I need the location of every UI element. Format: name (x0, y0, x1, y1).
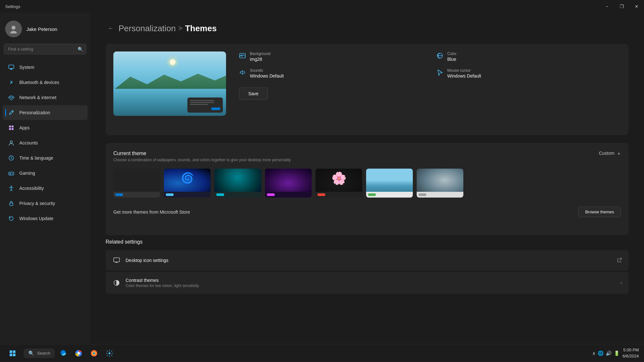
search-input[interactable] (4, 44, 86, 54)
taskbar-sys-icons: ∧ 🌐 🔊 🔋 (592, 350, 620, 356)
chevron-up-sys[interactable]: ∧ (592, 350, 596, 356)
breadcrumb: ← Personalization > Themes (106, 23, 629, 33)
badge-label: Custom (599, 151, 614, 156)
contrast-icon (112, 278, 121, 287)
svg-rect-12 (9, 172, 14, 175)
sidebar-item-privacy[interactable]: Privacy & security (3, 196, 88, 211)
svg-rect-8 (9, 128, 11, 130)
color-text: Color Blue (447, 51, 457, 62)
svg-rect-25 (13, 350, 15, 353)
background-info[interactable]: Background img28 (239, 51, 423, 62)
preview-sun (170, 59, 175, 65)
thumb-bar-3 (214, 192, 261, 198)
sidebar-item-bluetooth[interactable]: Bluetooth & devices (3, 75, 88, 90)
mouse-cursor-icon (436, 69, 443, 78)
svg-rect-24 (10, 350, 12, 353)
theme-thumb-swirl-inner (417, 169, 463, 198)
color-value: Blue (447, 57, 457, 62)
thumb-btn-2 (166, 193, 174, 196)
sidebar-item-system[interactable]: System (3, 60, 88, 75)
win11-flower: 🌀 (181, 172, 194, 184)
sidebar-item-gaming[interactable]: Gaming (3, 166, 88, 181)
breadcrumb-parent[interactable]: Personalization (118, 23, 176, 33)
contrast-themes-text: Contrast themes Color themes for low vis… (126, 278, 199, 288)
current-theme-badge[interactable]: Custom ▲ (599, 151, 621, 156)
taskbar-time-value: 5:00 PM (622, 347, 639, 353)
sidebar-label-privacy: Privacy & security (19, 201, 55, 206)
sidebar-item-apps[interactable]: Apps (3, 120, 88, 135)
save-button-container: Save (239, 84, 621, 100)
close-button[interactable]: ✕ (629, 0, 644, 13)
theme-thumb-win11[interactable]: 🌀 (164, 169, 211, 198)
thumb-bar-5 (316, 192, 362, 198)
sidebar-item-time[interactable]: Time & language (3, 151, 88, 165)
taskbar-date-value: 6/6/2024 (622, 353, 639, 359)
sidebar-profile[interactable]: Jake Peterson (0, 13, 90, 44)
sidebar-item-update[interactable]: Windows Update (3, 211, 88, 226)
mouse-cursor-label: Mouse cursor (447, 68, 481, 73)
store-link-text[interactable]: Get more themes from Microsoft Store (113, 209, 190, 215)
taskbar-left: 🔍 Search (5, 346, 117, 361)
svg-rect-16 (10, 203, 13, 206)
preview-line-2 (190, 102, 214, 103)
maximize-button[interactable]: ❐ (614, 0, 629, 13)
sidebar-label-update: Windows Update (19, 216, 53, 221)
color-icon (436, 52, 443, 61)
theme-thumb-swirl[interactable] (417, 169, 463, 198)
sidebar-label-bluetooth: Bluetooth & devices (19, 80, 59, 85)
svg-point-13 (12, 173, 13, 174)
sidebar-item-network[interactable]: Network & internet (3, 90, 88, 105)
svg-point-33 (109, 352, 110, 354)
theme-thumb-landscape[interactable] (366, 169, 413, 198)
mouse-cursor-info[interactable]: Mouse cursor Windows Default (436, 68, 621, 79)
volume-sys-icon[interactable]: 🔊 (606, 350, 612, 356)
sidebar-item-accounts[interactable]: Accounts (3, 135, 88, 150)
breadcrumb-current: Themes (185, 23, 217, 33)
network-icon (8, 94, 15, 101)
color-label: Color (447, 51, 457, 56)
theme-thumb-purple[interactable] (265, 169, 312, 198)
chevron-up-icon: ▲ (617, 151, 621, 155)
taskbar-settings-icon[interactable] (102, 346, 117, 360)
sidebar-item-accessibility[interactable]: Accessibility (3, 181, 88, 196)
taskbar-search[interactable]: 🔍 Search (24, 348, 55, 358)
sounds-info[interactable]: Sounds Windows Default (239, 68, 423, 79)
theme-info: Background img28 Color Blue (239, 51, 621, 100)
theme-thumb-dark[interactable] (113, 169, 160, 198)
titlebar-controls: − ❐ ✕ (600, 0, 644, 13)
taskbar: 🔍 Search ∧ 🌐 🔊 🔋 5:00 PM 6/6/2024 (0, 344, 644, 362)
taskbar-edge-icon[interactable] (56, 346, 70, 360)
svg-rect-7 (12, 125, 14, 127)
taskbar-chrome-icon[interactable] (71, 346, 86, 360)
taskbar-clock[interactable]: 5:00 PM 6/6/2024 (622, 347, 639, 359)
sidebar-search: 🔍 (4, 44, 86, 54)
taskbar-firefox-icon[interactable] (87, 346, 101, 360)
thumb-btn-6 (368, 193, 376, 196)
svg-point-32 (93, 352, 95, 354)
save-button[interactable]: Save (239, 88, 268, 100)
color-info[interactable]: Color Blue (436, 51, 621, 62)
accessibility-icon (8, 185, 15, 192)
thumb-bar-6 (366, 192, 413, 198)
section-title: Current theme (113, 151, 291, 156)
sidebar-item-personalization[interactable]: Personalization (3, 105, 88, 120)
theme-thumb-teal[interactable] (214, 169, 261, 198)
sidebar-label-personalization: Personalization (19, 110, 50, 115)
back-button[interactable]: ← (106, 23, 116, 33)
mouse-cursor-text: Mouse cursor Windows Default (447, 68, 481, 79)
windows-start-button[interactable] (5, 346, 20, 361)
svg-rect-6 (9, 125, 11, 127)
section-header-left: Current theme Choose a combination of wa… (113, 151, 291, 162)
contrast-themes-row[interactable]: Contrast themes Color themes for low vis… (106, 272, 629, 294)
browse-themes-button[interactable]: Browse themes (578, 207, 621, 217)
minimize-button[interactable]: − (600, 0, 614, 13)
thumb-btn-4 (267, 193, 275, 196)
desktop-icon-settings-row[interactable]: Desktop icon settings (106, 250, 629, 271)
theme-thumb-floral[interactable]: 🌸 (316, 169, 362, 198)
sounds-value: Windows Default (250, 73, 284, 79)
svg-point-18 (241, 55, 242, 56)
network-sys-icon[interactable]: 🌐 (598, 350, 604, 356)
related-title: Related settings (106, 239, 629, 245)
battery-sys-icon[interactable]: 🔋 (614, 350, 620, 356)
preview-dialog-lines (190, 100, 220, 105)
